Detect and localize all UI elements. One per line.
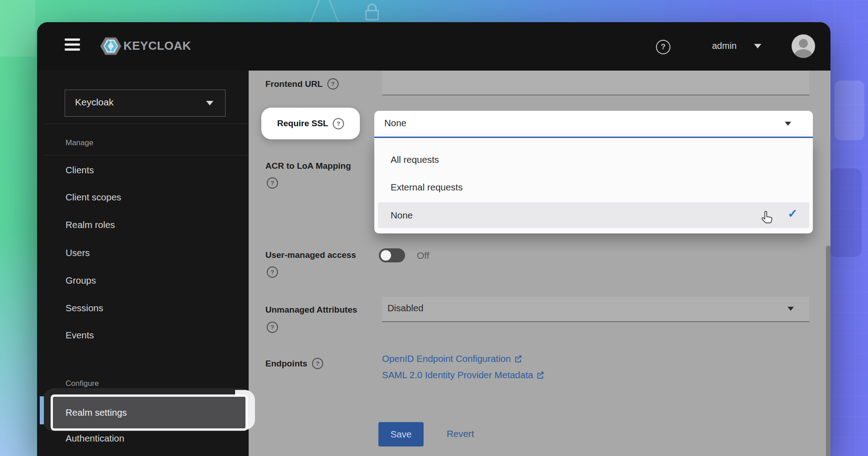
realm-selector[interactable]: Keycloak	[65, 90, 226, 117]
save-button[interactable]: Save	[378, 422, 424, 446]
endpoints-label: Endpoints	[265, 359, 307, 369]
frontend-url-input[interactable]	[382, 71, 809, 95]
external-link-icon	[536, 371, 544, 379]
help-icon[interactable]: ?	[267, 266, 278, 278]
unmanaged-attributes-value: Disabled	[387, 303, 424, 314]
frontend-url-label: Frontend URL	[265, 79, 323, 89]
lock-icon	[368, 4, 377, 10]
toggle-knob	[381, 250, 391, 261]
chevron-down-icon	[206, 101, 213, 105]
user-managed-access-label: User-managed access	[265, 250, 356, 260]
require-ssl-label-highlight: Require SSL ?	[261, 108, 360, 139]
nav-section-configure: Configure	[66, 379, 99, 388]
cursor-pointer-icon	[760, 209, 775, 226]
sidebar-item-events[interactable]: Events	[66, 330, 94, 341]
help-icon[interactable]: ?	[333, 118, 344, 129]
revert-button[interactable]: Revert	[447, 428, 474, 439]
option-none-selected[interactable]: None ✓	[378, 202, 809, 228]
divider	[44, 155, 249, 156]
sidebar-item-clients[interactable]: Clients	[66, 165, 94, 176]
help-icon[interactable]: ?	[267, 322, 278, 333]
sidebar-item-label: Realm settings	[66, 407, 127, 418]
lock-icon	[365, 10, 379, 20]
chevron-down-icon	[788, 307, 794, 311]
scrollbar-thumb[interactable]	[826, 246, 830, 456]
option-all-requests[interactable]: All requests	[378, 147, 809, 172]
active-nav-accent-bar	[40, 396, 44, 424]
desktop-background: KEYCLOAK ? admin Keycloak Manage Clients…	[0, 0, 868, 456]
app-window: KEYCLOAK ? admin Keycloak Manage Clients…	[37, 22, 830, 456]
divider	[44, 124, 249, 124]
hamburger-menu-icon[interactable]	[65, 38, 80, 52]
check-icon: ✓	[788, 207, 797, 221]
saml-metadata-link[interactable]: SAML 2.0 Identity Provider Metadata	[382, 370, 544, 380]
chevron-down-icon	[785, 122, 791, 126]
option-external-requests[interactable]: External requests	[378, 175, 809, 200]
acr-label: ACR to LoA Mapping	[265, 161, 351, 171]
keycloak-logo-icon	[100, 35, 122, 57]
require-ssl-select-value: None	[384, 118, 406, 128]
bg-shape	[835, 81, 864, 140]
help-icon[interactable]: ?	[267, 177, 278, 189]
sidebar-item-authentication[interactable]: Authentication	[66, 433, 124, 444]
help-icon[interactable]: ?	[327, 78, 339, 90]
external-link-icon	[514, 355, 522, 363]
user-menu[interactable]: admin	[712, 41, 736, 51]
help-icon[interactable]: ?	[312, 358, 323, 369]
unmanaged-attributes-label: Unmanaged Attributes	[265, 305, 357, 315]
sidebar-item-realm-settings[interactable]: Realm settings	[51, 394, 248, 431]
brand-title: KEYCLOAK	[123, 39, 191, 53]
require-ssl-select-toggle[interactable]: None	[374, 111, 813, 137]
unmanaged-attributes-select[interactable]: Disabled	[382, 297, 809, 322]
bg-shape	[829, 168, 862, 257]
avatar[interactable]	[792, 34, 815, 58]
sidebar-item-groups[interactable]: Groups	[66, 275, 96, 286]
realm-selector-value: Keycloak	[75, 97, 113, 108]
toggle-state-label: Off	[417, 250, 429, 261]
sidebar-item-client-scopes[interactable]: Client scopes	[66, 192, 121, 203]
nav-section-manage: Manage	[66, 138, 93, 147]
sidebar-item-users[interactable]: Users	[66, 247, 90, 258]
sidebar-item-sessions[interactable]: Sessions	[66, 303, 103, 314]
user-managed-access-toggle[interactable]	[379, 248, 405, 262]
endpoints-label-row: Endpoints ?	[265, 358, 323, 369]
help-icon[interactable]: ?	[656, 40, 670, 54]
openid-endpoint-link[interactable]: OpenID Endpoint Configuration	[382, 353, 522, 364]
require-ssl-label: Require SSL	[277, 119, 328, 128]
frontend-url-label-row: Frontend URL ?	[265, 78, 339, 90]
sidebar-item-realm-roles[interactable]: Realm roles	[66, 219, 115, 230]
require-ssl-options-menu: All requests External requests None ✓	[374, 138, 813, 233]
bg-green-strip	[0, 0, 35, 57]
chevron-down-icon[interactable]	[754, 44, 761, 48]
